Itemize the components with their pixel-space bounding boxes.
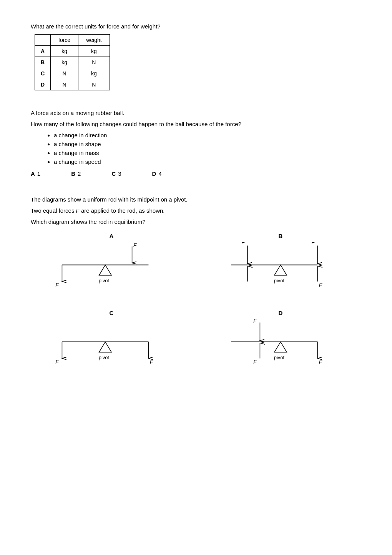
table-row: C N kg [35, 68, 110, 79]
option-d: D 4 [152, 170, 162, 177]
diagram-b-svg: F F F pivot [200, 242, 361, 300]
svg-text:F: F [150, 359, 154, 365]
svg-marker-8 [274, 265, 287, 275]
row-label-c: C [35, 68, 51, 79]
svg-text:F: F [253, 359, 257, 365]
diagram-a-inner: F F pivot [31, 242, 192, 300]
diagram-c-svg: F F pivot [31, 319, 192, 377]
bullet-item: a change in shape [54, 141, 361, 147]
svg-text:pivot: pivot [99, 355, 110, 360]
q2-intro1: A force acts on a moving rubber ball. [31, 110, 361, 116]
question-3: The diagrams show a uniform rod with its… [31, 196, 361, 375]
cell-c-weight: kg [78, 68, 110, 79]
svg-text:F: F [319, 282, 323, 288]
cell-b-weight: N [78, 57, 110, 68]
diagram-d: D F F F pivot [200, 310, 361, 375]
units-table: force weight A kg kg B kg N C N kg D N [35, 34, 110, 90]
svg-text:F: F [253, 319, 257, 324]
svg-text:F: F [241, 242, 245, 245]
option-b-value: 2 [78, 170, 81, 177]
option-a-letter: A [31, 170, 35, 177]
svg-text:F: F [133, 242, 137, 248]
diagram-b-inner: F F F pivot [200, 242, 361, 300]
svg-text:pivot: pivot [274, 355, 285, 360]
svg-text:F: F [55, 282, 59, 288]
diagram-d-inner: F F F pivot [200, 319, 361, 377]
svg-marker-1 [99, 265, 111, 275]
table-row: A kg kg [35, 46, 110, 57]
row-label-a: A [35, 46, 51, 57]
diagram-a: A F F pivot [31, 233, 192, 298]
option-c: C 3 [111, 170, 121, 177]
diagram-d-svg: F F F pivot [200, 319, 361, 377]
bullet-item: a change in mass [54, 150, 361, 156]
cell-a-weight: kg [78, 46, 110, 57]
svg-text:F: F [311, 242, 315, 245]
option-b: B 2 [71, 170, 81, 177]
question-1: What are the correct units for force and… [31, 23, 361, 90]
cell-d-weight: N [78, 79, 110, 90]
cell-c-force: N [51, 68, 78, 79]
diagram-d-label: D [200, 310, 361, 316]
option-a-value: 1 [37, 170, 40, 177]
row-label-d: D [35, 79, 51, 90]
svg-text:F: F [319, 359, 323, 365]
option-d-value: 4 [158, 170, 161, 177]
q1-question: What are the correct units for force and… [31, 23, 361, 30]
diagram-c-label: C [31, 310, 192, 316]
diagram-b: B F F F pivot [200, 233, 361, 298]
q2-bullet-list: a change in direction a change in shape … [54, 132, 361, 165]
diagram-c: C F F pivot [31, 310, 192, 375]
svg-text:F: F [55, 359, 59, 365]
row-label-b: B [35, 57, 51, 68]
q3-intro1: The diagrams show a uniform rod with its… [31, 196, 361, 203]
question-2: A force acts on a moving rubber ball. Ho… [31, 110, 361, 177]
col-weight: weight [78, 35, 110, 46]
q2-intro2: How many of the following changes could … [31, 121, 361, 127]
svg-text:pivot: pivot [274, 278, 285, 283]
option-c-value: 3 [118, 170, 121, 177]
option-d-letter: D [152, 170, 156, 177]
svg-marker-18 [99, 342, 111, 352]
col-empty [35, 35, 51, 46]
diagram-c-inner: F F pivot [31, 319, 192, 377]
q3-intro3: Which diagram shows the rod in equilibri… [31, 218, 361, 225]
diagram-b-label: B [200, 233, 361, 239]
option-a: A 1 [31, 170, 40, 177]
table-row: D N N [35, 79, 110, 90]
bullet-item: a change in speed [54, 158, 361, 165]
cell-b-force: kg [51, 57, 78, 68]
diagram-a-svg: F F pivot [31, 242, 192, 300]
option-b-letter: B [71, 170, 75, 177]
cell-d-force: N [51, 79, 78, 90]
q3-intro2: Two equal forces F are applied to the ro… [31, 207, 361, 214]
bullet-item: a change in direction [54, 132, 361, 138]
q2-answer-options: A 1 B 2 C 3 D 4 [31, 170, 361, 177]
table-row: B kg N [35, 57, 110, 68]
diagrams-grid: A F F pivot [31, 233, 361, 375]
cell-a-force: kg [51, 46, 78, 57]
diagram-a-label: A [31, 233, 192, 239]
col-force: force [51, 35, 78, 46]
svg-marker-25 [274, 342, 287, 352]
svg-text:pivot: pivot [99, 278, 110, 283]
option-c-letter: C [111, 170, 116, 177]
